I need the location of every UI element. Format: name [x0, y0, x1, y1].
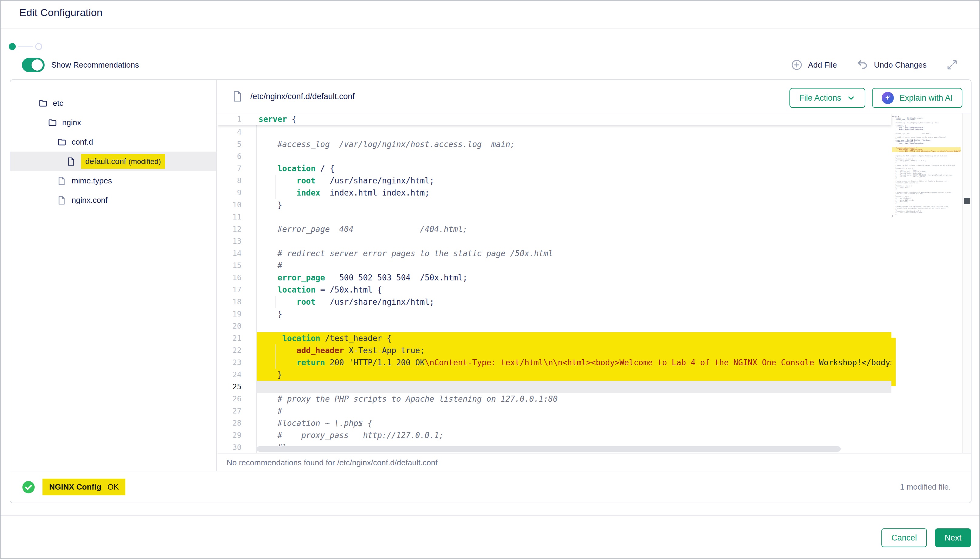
line-number: 13	[217, 235, 256, 247]
edit-configuration-modal: Edit Configuration Show Recommendations …	[0, 0, 980, 559]
vertical-scrollbar[interactable]	[962, 113, 971, 453]
file-tree: etcnginxconf.ddefault.conf(modified)mime…	[10, 80, 217, 472]
tree-row-mime-types[interactable]: mime.types	[10, 171, 216, 190]
code-line-29[interactable]: 29 # proxy_pass http://127.0.0.1;	[217, 429, 891, 442]
code-text: #error_page 404 /404.html;	[256, 223, 891, 235]
code-line-14[interactable]: 14 # redirect server error pages to the …	[217, 247, 891, 260]
code-line-13[interactable]: 13	[217, 235, 891, 247]
config-status: OK	[108, 482, 119, 492]
show-recommendations-row: Show Recommendations	[22, 58, 139, 72]
line-number: 12	[217, 223, 256, 235]
show-recommendations-label: Show Recommendations	[51, 60, 139, 70]
line-number: 21	[217, 332, 256, 344]
scrollbar-thumb[interactable]	[964, 198, 970, 204]
code-line-20[interactable]: 20	[217, 320, 891, 332]
code-text: server {	[256, 113, 891, 125]
code-text: #	[256, 260, 891, 271]
check-circle-icon	[22, 480, 35, 494]
code-line-4[interactable]: 4	[217, 126, 891, 138]
code-text	[256, 126, 891, 138]
code-line-25[interactable]: 25	[217, 381, 891, 393]
code-text	[256, 211, 891, 223]
config-status-highlight: NGINX Config OK	[43, 479, 125, 495]
code-line-19[interactable]: 19 }	[217, 308, 891, 320]
line-number: 27	[217, 405, 256, 417]
code-line-23[interactable]: 23 return 200 'HTTP/1.1 200 OK\nContent-…	[217, 357, 891, 369]
line-number: 30	[217, 442, 256, 453]
minimap[interactable]: server { listen 80 default_server; serve…	[892, 116, 960, 217]
code-line-16[interactable]: 16 error_page 500 502 503 504 /50x.html;	[217, 271, 891, 284]
code-line-15[interactable]: 15 #	[217, 260, 891, 271]
code-lines: 3 server_name localhost;45 #access_log /…	[217, 114, 891, 453]
code-line-10[interactable]: 10 }	[217, 199, 891, 211]
code-line-24[interactable]: 24 }	[217, 369, 891, 381]
code-line-18[interactable]: 18 root /usr/share/nginx/html;	[217, 296, 891, 308]
file-icon	[67, 157, 76, 166]
tree-row-nginx-conf[interactable]: nginx.conf	[10, 190, 216, 210]
line-number: 1	[217, 113, 256, 125]
add-file-button[interactable]: Add File	[791, 59, 837, 71]
line-number: 23	[217, 357, 256, 369]
file-actions-label: File Actions	[799, 93, 841, 103]
explain-ai-label: Explain with AI	[899, 93, 953, 103]
code-line-17[interactable]: 17 location = /50x.html {	[217, 284, 891, 296]
code-line-12[interactable]: 12 #error_page 404 /404.html;	[217, 223, 891, 235]
header-actions: Add File Undo Changes	[791, 58, 958, 72]
toggle-knob	[32, 60, 43, 71]
code-line-27[interactable]: 27 #	[217, 405, 891, 417]
code-line-26[interactable]: 26 # proxy the PHP scripts to Apache lis…	[217, 393, 891, 405]
content-container: etcnginxconf.ddefault.conf(modified)mime…	[10, 79, 972, 503]
tree-row-conf-d[interactable]: conf.d	[10, 132, 216, 152]
line-number: 15	[217, 260, 256, 271]
code-text: #access_log /var/log/nginx/host.access.l…	[256, 138, 891, 150]
code-text	[256, 381, 891, 393]
line-number: 14	[217, 247, 256, 260]
code-line-7[interactable]: 7 location / {	[217, 162, 891, 175]
show-recommendations-toggle[interactable]	[22, 58, 45, 72]
explain-ai-button[interactable]: Explain with AI	[872, 88, 962, 108]
line-number: 18	[217, 296, 256, 308]
undo-icon	[857, 59, 869, 71]
status-bar: NGINX Config OK 1 modified file.	[10, 471, 971, 503]
line-number: 16	[217, 271, 256, 284]
code-line-8[interactable]: 8 root /usr/share/nginx/html;	[217, 175, 891, 187]
sticky-code-line[interactable]: 1server {	[217, 113, 891, 125]
file-actions-button[interactable]: File Actions	[789, 88, 865, 108]
code-line-28[interactable]: 28 #location ~ \.php$ {	[217, 417, 891, 429]
tree-row-nginx[interactable]: nginx	[10, 113, 216, 132]
code-line-5[interactable]: 5 #access_log /var/log/nginx/host.access…	[217, 138, 891, 150]
code-line-6[interactable]: 6	[217, 150, 891, 162]
code-text: error_page 500 502 503 504 /50x.html;	[256, 271, 891, 284]
modified-suffix: (modified)	[128, 157, 161, 165]
config-status-group: NGINX Config OK	[22, 471, 125, 503]
tree-row-default-conf[interactable]: default.conf(modified)	[10, 152, 216, 171]
step-dot-2[interactable]	[35, 43, 42, 50]
cancel-button[interactable]: Cancel	[881, 528, 927, 547]
code-text	[256, 235, 891, 247]
editor-buttons: File Actions Explain with AI	[789, 88, 962, 108]
next-button[interactable]: Next	[935, 528, 971, 547]
code-line-11[interactable]: 11	[217, 211, 891, 223]
undo-changes-button[interactable]: Undo Changes	[857, 59, 927, 71]
code-line-9[interactable]: 9 index index.html index.htm;	[217, 187, 891, 199]
step-dot-1[interactable]	[9, 43, 16, 50]
page-title: Edit Configuration	[20, 7, 103, 18]
tree-label: nginx.conf	[71, 195, 108, 205]
code-line-22[interactable]: 22 add_header X-Test-App true;	[217, 344, 891, 357]
line-number: 17	[217, 284, 256, 296]
line-number: 29	[217, 429, 256, 442]
code-text: root /usr/share/nginx/html;	[256, 175, 891, 187]
horizontal-scrollbar[interactable]	[257, 446, 841, 452]
code-line-21[interactable]: 21 location /test_header {	[217, 332, 891, 344]
plus-circle-icon	[791, 59, 803, 71]
code-text: }	[256, 308, 891, 320]
code-text: # redirect server error pages to the sta…	[256, 247, 891, 260]
code-text: index index.html index.htm;	[256, 187, 891, 199]
chevron-down-icon	[846, 93, 856, 103]
tree-row-etc[interactable]: etc	[10, 93, 216, 113]
tree-label: etc	[53, 99, 63, 108]
ai-sparkle-icon	[882, 92, 894, 104]
line-number: 22	[217, 344, 256, 357]
expand-button[interactable]	[946, 59, 958, 71]
code-editor[interactable]: 3 server_name localhost;45 #access_log /…	[217, 113, 971, 453]
